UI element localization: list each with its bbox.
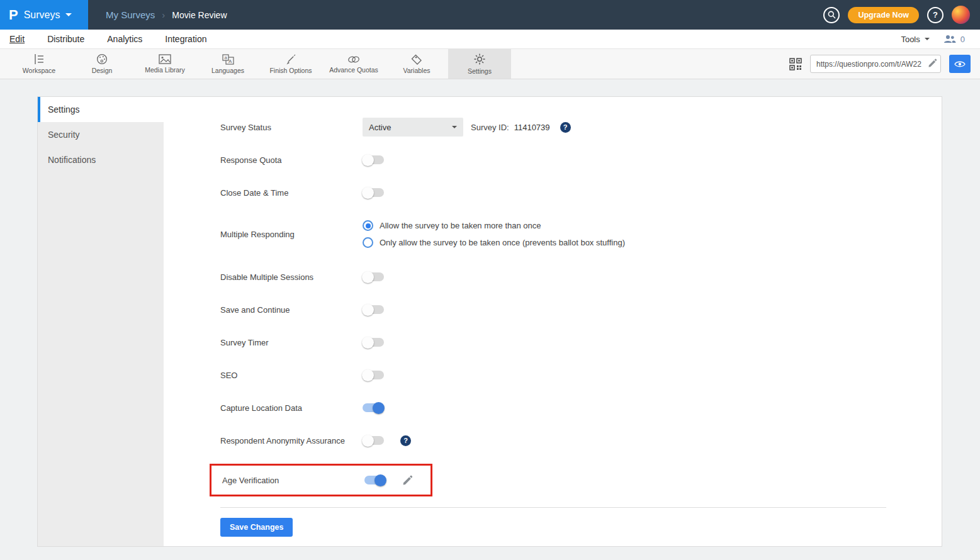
breadcrumb: My Surveys › Movie Review: [106, 9, 227, 20]
capture-location-label: Capture Location Data: [220, 403, 363, 413]
settings-gear-icon: [473, 53, 486, 65]
toggle-knob: [362, 154, 374, 166]
topbar-actions: Upgrade Now ?: [823, 6, 980, 24]
toolbar-item-label: Languages: [211, 67, 244, 74]
radio-icon: [363, 220, 373, 231]
survey-status-select[interactable]: Active: [363, 118, 463, 137]
avatar[interactable]: [952, 6, 970, 24]
radio-option-once[interactable]: Only allow the survey to be taken once (…: [363, 237, 625, 248]
qr-code-icon: [789, 58, 802, 70]
age-verification-label: Age Verification: [222, 476, 364, 485]
response-quota-row: Response Quota: [220, 150, 942, 169]
search-button[interactable]: [823, 7, 840, 23]
close-date-toggle[interactable]: [363, 188, 384, 197]
age-verification-row-highlight: Age Verification: [210, 464, 432, 496]
tab-distribute[interactable]: Distribute: [47, 34, 84, 44]
anonymity-toggle[interactable]: [363, 436, 384, 445]
edit-pencil-icon: [402, 475, 413, 486]
save-continue-toggle[interactable]: [363, 305, 384, 314]
survey-toolbar: Workspace Design Media Library aA Langua…: [0, 49, 980, 79]
toolbar-item-label: Advance Quotas: [329, 66, 378, 74]
main-nav: Edit Distribute Analytics Integration To…: [0, 30, 980, 49]
capture-location-row: Capture Location Data: [220, 398, 942, 417]
nav-right: Tools 0: [901, 35, 965, 44]
toolbar-item-variables[interactable]: Variables: [385, 49, 448, 79]
toolbar-item-finish-options[interactable]: Finish Options: [259, 49, 322, 79]
help-button[interactable]: ?: [927, 7, 943, 23]
disable-sessions-row: Disable Multiple Sessions: [220, 267, 942, 286]
tab-analytics[interactable]: Analytics: [107, 34, 142, 44]
response-quota-label: Response Quota: [220, 155, 363, 165]
respondents-indicator[interactable]: 0: [943, 35, 965, 44]
sidebar-item-security[interactable]: Security: [38, 122, 164, 147]
respondent-count: 0: [960, 35, 965, 44]
toolbar-item-design[interactable]: Design: [70, 49, 133, 79]
survey-id-label: Survey ID:: [471, 123, 509, 132]
survey-status-row: Survey Status Active Survey ID: 11410739…: [220, 118, 942, 137]
nav-tabs: Edit Distribute Analytics Integration: [9, 34, 206, 44]
survey-id-value: 11410739: [514, 123, 550, 132]
survey-timer-row: Survey Timer: [220, 333, 942, 352]
toolbar-item-settings[interactable]: Settings: [448, 49, 511, 79]
disable-sessions-toggle[interactable]: [363, 272, 384, 281]
toggle-knob: [362, 435, 374, 447]
sidebar-filler: [38, 172, 164, 546]
radio-option-label: Only allow the survey to be taken once (…: [380, 238, 625, 247]
tab-edit[interactable]: Edit: [9, 34, 25, 44]
breadcrumb-separator: ›: [162, 9, 165, 20]
breadcrumb-current-survey: Movie Review: [172, 10, 227, 20]
capture-location-toggle[interactable]: [363, 403, 384, 412]
sidebar-item-label: Settings: [48, 104, 80, 115]
seo-toggle[interactable]: [363, 371, 384, 379]
sidebar-item-label: Security: [48, 130, 80, 140]
workspace-icon: [33, 53, 45, 65]
tools-menu[interactable]: Tools: [901, 35, 929, 44]
seo-label: SEO: [220, 371, 363, 380]
preview-survey-button[interactable]: [949, 55, 971, 73]
sidebar-item-settings[interactable]: Settings: [38, 97, 164, 122]
breadcrumb-my-surveys[interactable]: My Surveys: [106, 9, 155, 20]
multiple-responding-options: Allow the survey to be taken more than o…: [363, 220, 625, 248]
radio-icon: [363, 237, 373, 248]
save-changes-button[interactable]: Save Changes: [220, 518, 293, 537]
response-quota-toggle[interactable]: [363, 155, 384, 164]
toolbar-item-label: Finish Options: [269, 67, 312, 74]
toggle-knob: [362, 187, 374, 199]
questionpro-logo-icon: P: [9, 8, 18, 22]
toolbar-item-label: Media Library: [145, 66, 185, 74]
survey-url-input[interactable]: [810, 55, 941, 73]
tools-label: Tools: [901, 35, 920, 44]
advance-quotas-link-icon: [347, 55, 360, 64]
upgrade-now-button[interactable]: Upgrade Now: [848, 7, 919, 23]
seo-row: SEO: [220, 366, 942, 384]
toolbar-item-label: Variables: [403, 67, 431, 74]
anonymity-label: Respondent Anonymity Assurance: [220, 436, 363, 445]
toggle-knob: [375, 474, 386, 486]
toolbar-right: [789, 49, 980, 79]
surveys-menu[interactable]: P Surveys: [0, 0, 88, 30]
people-icon: [943, 35, 956, 43]
radio-option-label: Allow the survey to be taken more than o…: [380, 221, 541, 230]
sidebar-item-notifications[interactable]: Notifications: [38, 147, 164, 172]
finish-options-pen-icon: [285, 53, 296, 65]
age-verification-toggle[interactable]: [364, 476, 386, 484]
toolbar-item-advance-quotas[interactable]: Advance Quotas: [322, 49, 385, 79]
form-divider: [220, 507, 886, 508]
toggle-knob: [362, 337, 374, 349]
toolbar-item-languages[interactable]: aA Languages: [196, 49, 259, 79]
qr-code-button[interactable]: [789, 58, 802, 70]
multiple-responding-label: Multiple Responding: [220, 230, 363, 239]
age-verification-edit[interactable]: [402, 475, 413, 486]
anonymity-help-icon[interactable]: ?: [400, 435, 411, 446]
edit-url-pencil-icon[interactable]: [928, 59, 937, 70]
survey-id-help-icon[interactable]: ?: [560, 122, 571, 133]
settings-sidebar: Settings Security Notifications: [38, 97, 164, 546]
design-palette-icon: [96, 53, 108, 65]
variables-tag-icon: [411, 54, 422, 65]
toolbar-item-workspace[interactable]: Workspace: [8, 49, 70, 79]
toolbar-item-media-library[interactable]: Media Library: [133, 49, 196, 79]
toggle-knob: [362, 304, 374, 316]
tab-integration[interactable]: Integration: [165, 34, 206, 44]
survey-timer-toggle[interactable]: [363, 338, 384, 347]
radio-option-multiple[interactable]: Allow the survey to be taken more than o…: [363, 220, 625, 231]
